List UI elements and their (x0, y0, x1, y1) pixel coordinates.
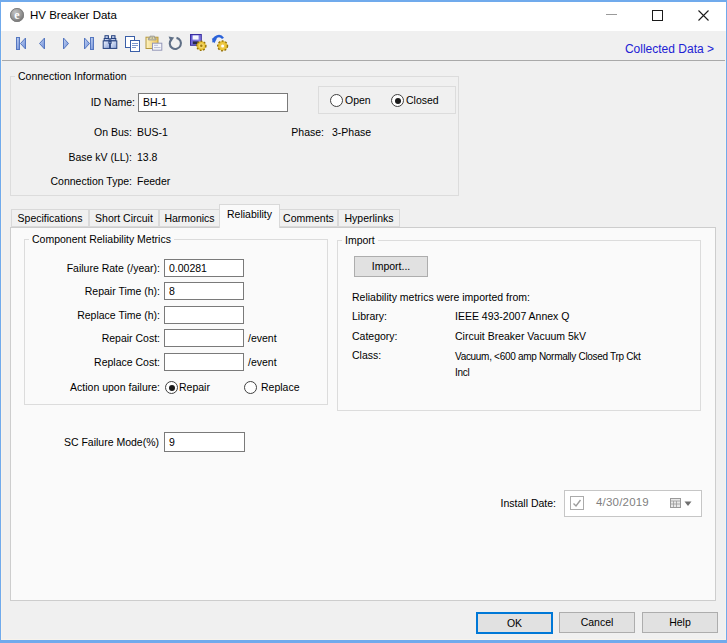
svg-text:e: e (14, 8, 20, 22)
